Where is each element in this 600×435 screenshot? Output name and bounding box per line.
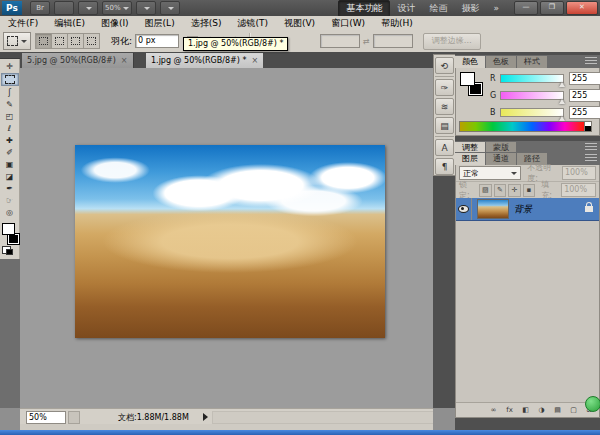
new-layer-icon[interactable]: ▢ bbox=[567, 405, 580, 416]
paragraph-panel-icon[interactable]: ¶ bbox=[435, 158, 454, 175]
zoom-level-value: 50% bbox=[105, 4, 121, 12]
panel-menu-icon[interactable] bbox=[585, 154, 597, 163]
panel-menu-icon[interactable] bbox=[585, 143, 597, 152]
mini-bridge-icon[interactable] bbox=[54, 1, 74, 15]
status-zoom-input[interactable]: 50% bbox=[26, 411, 66, 424]
blend-mode-dropdown[interactable]: 正常 bbox=[459, 166, 521, 180]
workspace-overflow[interactable]: » bbox=[486, 2, 506, 14]
tab-5jpg-title: 5.jpg @ 50%(RGB/8#) bbox=[27, 56, 116, 65]
link-layers-icon[interactable]: ∞ bbox=[487, 405, 500, 416]
tab-styles[interactable]: 样式 bbox=[517, 56, 548, 68]
tool-crop[interactable]: ◰ bbox=[2, 111, 18, 122]
menu-view[interactable]: 视图(V) bbox=[276, 17, 323, 30]
slider-knob[interactable] bbox=[559, 82, 565, 87]
layer-comps-panel-icon[interactable]: ▤ bbox=[435, 117, 454, 134]
tool-pen[interactable]: ✒ bbox=[2, 183, 18, 194]
menu-filter[interactable]: 滤镜(T) bbox=[229, 17, 276, 30]
intersect-selection-icon[interactable] bbox=[84, 34, 99, 48]
workspace-painting[interactable]: 绘画 bbox=[422, 1, 454, 16]
bridge-icon[interactable]: Br bbox=[30, 1, 50, 15]
lock-position-icon[interactable]: ✛ bbox=[508, 184, 521, 197]
menu-help[interactable]: 帮助(H) bbox=[373, 17, 421, 30]
menu-layer[interactable]: 图层(L) bbox=[137, 17, 183, 30]
feather-input[interactable]: 0 px bbox=[135, 34, 179, 48]
subtract-selection-icon[interactable] bbox=[68, 34, 84, 48]
tool-zoom[interactable]: ◎ bbox=[2, 207, 18, 218]
workspace-design[interactable]: 设计 bbox=[390, 1, 422, 16]
close-button[interactable]: ✕ bbox=[566, 1, 598, 15]
color-panel-tabs: 颜色 色板 样式 bbox=[455, 55, 600, 68]
history-panel-icon[interactable]: ⟲ bbox=[435, 57, 454, 74]
collapsed-panel-buttons: ⟲ ✑ ≋ ▤ A ¶ bbox=[433, 54, 456, 176]
tool-eraser[interactable]: ◪ bbox=[2, 171, 18, 182]
minimize-button[interactable]: — bbox=[514, 1, 538, 15]
channel-b-value[interactable]: 255 bbox=[569, 106, 600, 119]
layer-style-icon[interactable]: fx bbox=[503, 405, 516, 416]
character-panel-icon[interactable]: A bbox=[435, 139, 454, 156]
canvas-area[interactable] bbox=[20, 68, 433, 408]
foreground-color-swatch[interactable] bbox=[2, 223, 15, 235]
options-bar: 羽化: 0 px 消除锯齿 ⇄ 调整边缘… bbox=[0, 30, 600, 53]
tool-eyedropper[interactable]: ℓ bbox=[2, 123, 18, 134]
status-options-arrow-icon[interactable] bbox=[203, 413, 208, 421]
tool-quick-selection[interactable]: ✎ bbox=[2, 99, 18, 110]
restore-button[interactable]: ❐ bbox=[540, 1, 564, 15]
tool-clone-stamp[interactable]: ▣ bbox=[2, 159, 18, 170]
add-mask-icon[interactable]: ◧ bbox=[519, 405, 532, 416]
layer-row-background[interactable]: 背景 bbox=[456, 198, 599, 221]
menu-window[interactable]: 窗口(W) bbox=[323, 17, 373, 30]
menu-image[interactable]: 图像(I) bbox=[93, 17, 137, 30]
link-dimensions-icon: ⇄ bbox=[363, 37, 370, 46]
panel-menu-icon[interactable] bbox=[585, 57, 597, 66]
new-group-icon[interactable]: ▤ bbox=[551, 405, 564, 416]
zoom-level-dropdown[interactable]: 50% bbox=[102, 1, 132, 15]
default-colors-icon[interactable] bbox=[2, 246, 11, 254]
view-extras-icon[interactable] bbox=[78, 1, 98, 15]
lock-pixels-icon[interactable]: ✎ bbox=[494, 184, 507, 197]
lock-all-icon[interactable]: ▪ bbox=[523, 184, 536, 197]
new-selection-icon[interactable] bbox=[36, 34, 52, 48]
slider-knob[interactable] bbox=[559, 99, 565, 104]
menu-select[interactable]: 选择(S) bbox=[183, 17, 230, 30]
arrange-documents-icon[interactable] bbox=[136, 1, 156, 15]
tab-1jpg-close-icon[interactable]: × bbox=[251, 56, 258, 65]
color-spectrum-ramp[interactable] bbox=[459, 121, 592, 132]
channel-r-value[interactable]: 255 bbox=[569, 72, 600, 85]
tab-layers[interactable]: 图层 bbox=[455, 153, 486, 165]
layer-name[interactable]: 背景 bbox=[514, 203, 532, 216]
menu-edit[interactable]: 编辑(E) bbox=[46, 17, 93, 30]
tab-swatches[interactable]: 色板 bbox=[486, 56, 517, 68]
tab-1jpg[interactable]: 1.jpg @ 50%(RGB/8#) *× bbox=[146, 53, 263, 68]
menu-file[interactable]: 文件(F) bbox=[0, 17, 46, 30]
tab-tooltip: 1.jpg @ 50%(RGB/8#) * bbox=[183, 37, 288, 51]
brush-panel-icon[interactable]: ✑ bbox=[435, 79, 454, 96]
tool-rectangular-marquee[interactable] bbox=[1, 73, 19, 86]
screen-mode-icon[interactable] bbox=[160, 1, 180, 15]
workspace-essentials[interactable]: 基本功能 bbox=[338, 0, 390, 17]
tools-panel-header[interactable] bbox=[0, 52, 20, 59]
panel-foreground-swatch[interactable] bbox=[460, 72, 475, 86]
clone-source-panel-icon[interactable]: ≋ bbox=[435, 98, 454, 115]
tool-brush[interactable]: ✐ bbox=[2, 147, 18, 158]
tool-hand[interactable]: ☞ bbox=[2, 195, 18, 206]
tab-5jpg[interactable]: 5.jpg @ 50%(RGB/8#)× bbox=[22, 53, 134, 68]
channel-b-slider[interactable] bbox=[500, 108, 564, 117]
channel-g-slider[interactable] bbox=[500, 91, 564, 100]
channel-g-value[interactable]: 255 bbox=[569, 89, 600, 102]
tool-lasso[interactable]: ʃ bbox=[2, 87, 18, 98]
tool-move[interactable]: ✛ bbox=[2, 61, 18, 72]
tab-5jpg-close-icon[interactable]: × bbox=[121, 56, 128, 65]
tab-color[interactable]: 颜色 bbox=[455, 56, 486, 68]
add-selection-icon[interactable] bbox=[52, 34, 68, 48]
tool-healing-brush[interactable]: ✚ bbox=[2, 135, 18, 146]
workspace-photography[interactable]: 摄影 bbox=[454, 1, 486, 16]
spectrum-endcap[interactable] bbox=[584, 121, 592, 132]
adjustment-layer-icon[interactable]: ◑ bbox=[535, 405, 548, 416]
tool-preset-picker[interactable] bbox=[3, 32, 31, 50]
tab-channels[interactable]: 通道 bbox=[486, 153, 517, 165]
channel-r-slider[interactable] bbox=[500, 74, 564, 83]
layer-thumbnail[interactable] bbox=[477, 199, 509, 219]
lock-transparency-icon[interactable]: ▨ bbox=[479, 184, 492, 197]
desert-photo[interactable] bbox=[75, 145, 385, 338]
layer-visibility-cell[interactable] bbox=[456, 198, 472, 220]
